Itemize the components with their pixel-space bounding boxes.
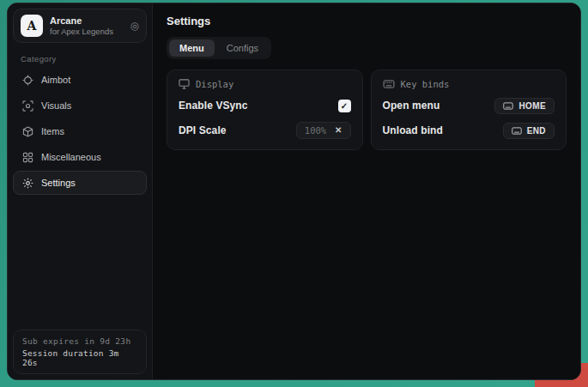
setting-row-open-menu: Open menu HOME [383, 97, 555, 114]
crosshair-icon [21, 74, 33, 86]
sidebar-item-visuals[interactable]: Visuals [13, 94, 147, 118]
display-card: Display Enable VSync ✓ DPI Scale 100% ✕ [167, 70, 363, 150]
grid-icon [21, 151, 33, 163]
open-menu-label: Open menu [383, 100, 440, 112]
gear-icon [21, 177, 33, 189]
category-nav: Aimbot Visuals Items [13, 68, 147, 195]
keybinds-card: Key binds Open menu HOME Unload bind [371, 70, 567, 150]
sidebar-item-label: Visuals [41, 100, 71, 111]
open-menu-bind-key: HOME [518, 101, 546, 111]
package-icon [21, 125, 33, 137]
setting-row-dpi: DPI Scale 100% ✕ [179, 122, 351, 139]
brand-header: A Arcane for Apex Legends ◎ [13, 9, 147, 43]
sidebar-item-label: Settings [41, 178, 76, 188]
dpi-scale-input[interactable]: 100% ✕ [296, 122, 351, 139]
app-subtitle: for Apex Legends [50, 27, 113, 36]
settings-cards: Display Enable VSync ✓ DPI Scale 100% ✕ [167, 70, 567, 150]
app-name: Arcane [50, 15, 113, 26]
vsync-label: Enable VSync [179, 100, 248, 112]
unload-bind-key: END [527, 126, 546, 136]
brand-text: Arcane for Apex Legends [50, 15, 113, 36]
page-title: Settings [167, 15, 567, 27]
sidebar-item-label: Miscellaneous [41, 152, 101, 162]
settings-tab-group: Menu Configs [167, 37, 271, 59]
sidebar-item-label: Items [41, 126, 64, 136]
status-icon[interactable]: ◎ [130, 21, 139, 31]
open-menu-bind-button[interactable]: HOME [494, 98, 555, 114]
eye-scan-icon [21, 100, 33, 112]
sidebar-item-label: Aimbot [41, 75, 70, 85]
subscription-info-box: Sub expires in 9d 23h Session duration 3… [13, 330, 147, 374]
sidebar-item-aimbot[interactable]: Aimbot [13, 68, 147, 92]
sidebar-item-miscellaneous[interactable]: Miscellaneous [13, 145, 147, 169]
vsync-checkbox[interactable]: ✓ [338, 100, 351, 112]
dpi-scale-value: 100% [305, 125, 326, 136]
display-card-header: Display [179, 79, 351, 89]
setting-row-vsync: Enable VSync ✓ [179, 97, 351, 114]
unload-bind-label: Unload bind [383, 124, 443, 136]
keyboard-icon [512, 127, 522, 135]
category-label: Category [21, 54, 147, 63]
sidebar-item-settings[interactable]: Settings [13, 171, 147, 195]
dpi-label: DPI Scale [179, 124, 227, 136]
keybinds-card-title: Key binds [401, 79, 450, 89]
app-window: A Arcane for Apex Legends ◎ Category Aim… [7, 3, 581, 380]
session-duration-text: Session duration 3m 26s [22, 348, 137, 367]
tab-menu[interactable]: Menu [169, 39, 215, 57]
sub-expires-text: Sub expires in 9d 23h [22, 336, 137, 346]
app-logo: A [21, 15, 43, 37]
keyboard-icon [383, 80, 395, 88]
sidebar-item-items[interactable]: Items [13, 119, 147, 143]
setting-row-unload-bind: Unload bind END [383, 122, 555, 139]
sidebar: A Arcane for Apex Legends ◎ Category Aim… [8, 3, 153, 379]
display-card-title: Display [196, 79, 233, 89]
keyboard-icon [503, 102, 513, 110]
tab-configs[interactable]: Configs [216, 39, 269, 57]
unload-bind-button[interactable]: END [503, 123, 555, 139]
clear-icon[interactable]: ✕ [335, 126, 342, 135]
monitor-icon [179, 79, 190, 89]
keybinds-card-header: Key binds [383, 79, 555, 89]
main-content: Settings Menu Configs Display Enable VSy… [153, 3, 580, 379]
